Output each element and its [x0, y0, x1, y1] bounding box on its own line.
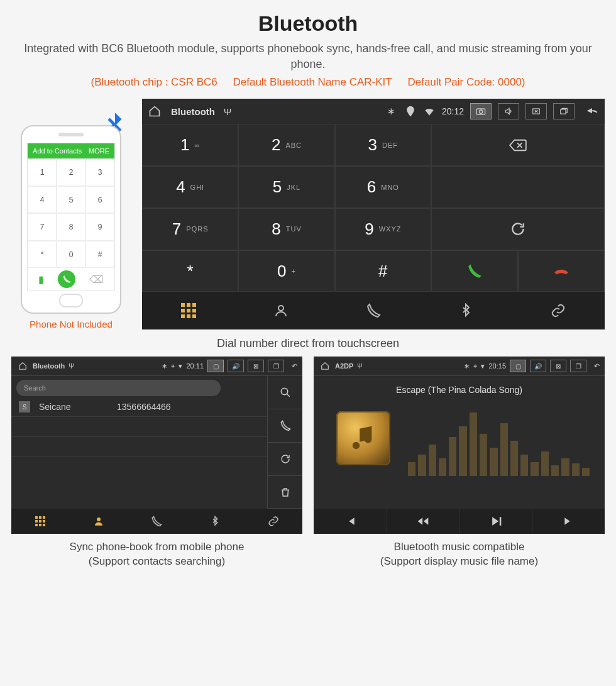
spec-chip: (Bluetooth chip : CSR BC6	[91, 76, 217, 88]
key-hash[interactable]: #	[335, 250, 431, 292]
close-app-icon[interactable]	[525, 103, 547, 119]
tab-keypad[interactable]	[142, 292, 234, 329]
back-icon[interactable]	[586, 105, 598, 118]
svg-point-5	[281, 389, 288, 396]
tab-pair[interactable]	[512, 292, 605, 329]
close-app-icon[interactable]: ⊠	[550, 360, 566, 372]
key-0[interactable]: 0+	[238, 250, 334, 292]
side-search-button[interactable]	[267, 376, 302, 409]
contact-row-empty	[11, 437, 267, 457]
contact-name: Seicane	[39, 402, 108, 412]
dialer-caption: Dial number direct from touchscreen	[0, 337, 616, 350]
statusbar-time: 20:12	[442, 106, 464, 116]
phone-more-label: MORE	[89, 147, 109, 155]
screenshot-icon[interactable]: ▢	[207, 360, 224, 372]
bluetooth-icon	[458, 303, 473, 318]
tab-recents[interactable]	[128, 509, 186, 534]
track-title: Escape (The Pina Colada Song)	[314, 385, 605, 395]
phone-mock-keypad: 123 456 789 *0#	[28, 158, 114, 268]
contacts-panel: Bluetooth Ψ ∗ ⌖ ▾ 20:11 ▢ 🔊 ⊠ ❐ ↶ Search…	[11, 357, 302, 534]
person-icon	[273, 303, 289, 318]
tab-keypad[interactable]	[11, 509, 70, 534]
home-icon[interactable]	[319, 360, 331, 372]
contacts-statusbar: Bluetooth Ψ ∗ ⌖ ▾ 20:11 ▢ 🔊 ⊠ ❐ ↶	[11, 357, 302, 375]
prev-track-button[interactable]	[314, 509, 387, 534]
dial-grid: 1∞ 2ABC 3DEF 4GHI 5JKL 6MNO 7PQRS 8TUV 9…	[142, 124, 605, 292]
statusbar-time: 20:15	[488, 362, 506, 370]
key-2[interactable]: 2ABC	[238, 124, 334, 166]
redial-key[interactable]	[431, 208, 605, 250]
back-icon[interactable]: ↶	[594, 362, 600, 370]
wifi-icon	[423, 105, 436, 118]
phone-icon	[366, 303, 381, 318]
spec-code: Default Pair Code: 0000)	[407, 76, 525, 88]
a2dp-statusbar: A2DP Ψ ∗ ⌖ ▾ 20:15 ▢ 🔊 ⊠ ❐ ↶	[314, 357, 605, 375]
keypad-icon	[181, 303, 196, 318]
recents-icon[interactable]: ❐	[570, 360, 586, 372]
volume-icon[interactable]: 🔊	[228, 360, 244, 372]
music-note-icon	[349, 424, 378, 453]
key-4[interactable]: 4GHI	[142, 166, 238, 208]
recents-icon[interactable]: ❐	[268, 360, 284, 372]
volume-icon[interactable]: 🔊	[530, 360, 546, 372]
page-title: Bluetooth	[13, 11, 603, 36]
a2dp-panel: A2DP Ψ ∗ ⌖ ▾ 20:15 ▢ 🔊 ⊠ ❐ ↶ Escape (The…	[314, 357, 605, 534]
video-icon: ▮	[38, 274, 44, 285]
key-9[interactable]: 9WXYZ	[335, 208, 431, 250]
key-1[interactable]: 1∞	[142, 124, 238, 166]
bluetooth-status-icon: ∗	[464, 362, 470, 370]
tab-pair[interactable]	[244, 509, 302, 534]
backspace-key[interactable]	[431, 124, 605, 166]
side-sync-button[interactable]	[267, 443, 302, 476]
screenshot-icon[interactable]	[470, 103, 492, 119]
hangup-button[interactable]	[518, 250, 605, 292]
usb-icon: Ψ	[69, 363, 74, 370]
dialer-tabbar	[142, 292, 605, 329]
statusbar-title: Bluetooth	[33, 362, 65, 370]
key-5[interactable]: 5JKL	[238, 166, 334, 208]
keypad-icon	[35, 516, 45, 526]
phone-call-icon	[58, 270, 75, 288]
home-icon[interactable]	[148, 105, 161, 118]
volume-icon[interactable]	[498, 103, 519, 119]
contact-row[interactable]: S Seicane 13566664466	[11, 397, 267, 417]
back-icon[interactable]: ↶	[292, 362, 297, 370]
statusbar-title: A2DP	[335, 362, 353, 370]
tab-bluetooth[interactable]	[186, 509, 245, 534]
contact-row-empty	[11, 457, 267, 477]
phone-mock-column: Add to Contacts MORE 123 456 789 *0# ▮ ⌫	[11, 99, 131, 329]
album-art	[336, 411, 390, 465]
key-6[interactable]: 6MNO	[335, 166, 431, 208]
tab-contacts[interactable]	[70, 509, 128, 534]
link-icon	[268, 516, 279, 527]
search-placeholder: Search	[24, 384, 46, 392]
usb-icon: Ψ	[357, 363, 362, 370]
recents-icon[interactable]	[553, 103, 575, 119]
phone-icon	[151, 516, 162, 527]
tab-contacts[interactable]	[234, 292, 327, 329]
play-pause-button[interactable]	[459, 509, 532, 534]
call-button[interactable]	[431, 250, 518, 292]
tab-recents[interactable]	[327, 292, 419, 329]
key-7[interactable]: 7PQRS	[142, 208, 238, 250]
side-delete-button[interactable]	[267, 476, 302, 509]
tab-bluetooth[interactable]	[420, 292, 512, 329]
screenshot-icon[interactable]: ▢	[510, 360, 526, 372]
svg-point-6	[97, 517, 101, 521]
key-star[interactable]: *	[142, 250, 238, 292]
key-3[interactable]: 3DEF	[335, 124, 431, 166]
contacts-tabbar	[11, 509, 302, 534]
close-app-icon[interactable]: ⊠	[248, 360, 264, 372]
back-icon: ⌫	[89, 274, 104, 285]
home-icon[interactable]	[16, 360, 29, 372]
statusbar-time: 20:11	[186, 362, 204, 370]
contact-number: 13566664466	[117, 402, 171, 412]
phone-addcontacts-label: Add to Contacts	[33, 147, 82, 155]
rewind-button[interactable]	[387, 509, 459, 534]
next-track-button[interactable]	[532, 509, 605, 534]
a2dp-body: Escape (The Pina Colada Song)	[314, 375, 605, 509]
side-call-button[interactable]	[267, 409, 302, 443]
contacts-search-input[interactable]: Search	[16, 380, 221, 396]
key-8[interactable]: 8TUV	[238, 208, 334, 250]
blank-key-1	[431, 166, 605, 208]
